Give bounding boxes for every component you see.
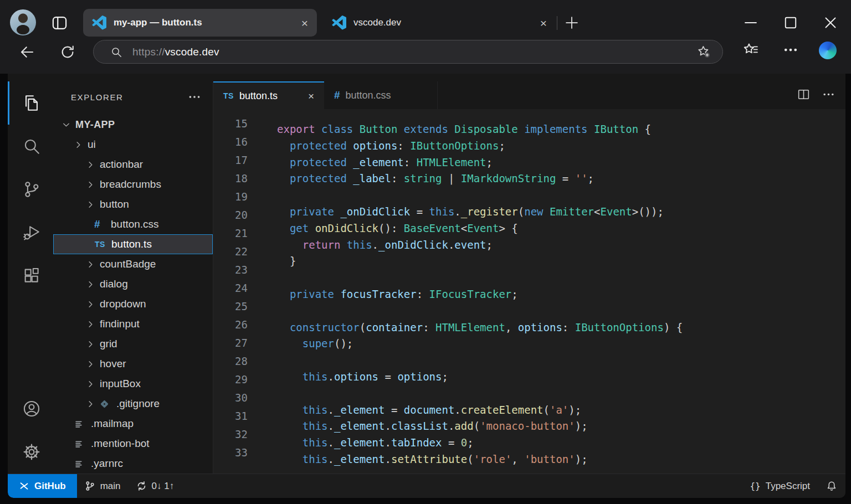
chevron-right-icon [86, 160, 100, 169]
chevron-right-icon [86, 320, 100, 328]
run-debug-icon[interactable] [8, 211, 53, 254]
code-line[interactable]: this._element = document.createElement('… [277, 402, 845, 419]
css-file-icon: # [94, 218, 100, 230]
tree-item-dot-gitignore[interactable]: .gitignore [53, 394, 213, 414]
tree-item-ui[interactable]: ui [53, 135, 213, 155]
tree-item-button.ts[interactable]: TSbutton.ts [53, 234, 213, 254]
split-editor-icon[interactable] [797, 88, 811, 104]
refresh-icon[interactable] [59, 44, 76, 60]
code-editor[interactable]: 15161718192021222324252627282930313233 e… [213, 109, 845, 474]
tree-item-dot-yarnrc[interactable]: .yarnrc [53, 454, 213, 474]
tree-item-breadcrumbs[interactable]: breadcrumbs [53, 174, 213, 194]
add-favorite-icon[interactable] [696, 44, 711, 59]
code-line[interactable]: private _onDidClick = this._register(new… [277, 204, 845, 220]
search-sidebar-icon[interactable] [8, 125, 53, 168]
url-protocol: https:// [132, 46, 165, 58]
workspaces-icon[interactable] [51, 14, 68, 32]
sync-status-item[interactable]: 0↓ 1↑ [129, 474, 182, 498]
language-mode-item[interactable]: {} TypeScript [742, 474, 818, 498]
chevron-right-icon [86, 379, 100, 388]
tree-item-label: .gitignore [116, 398, 160, 410]
tab-close-icon[interactable]: × [301, 17, 308, 29]
tree-item-button[interactable]: button [53, 194, 213, 214]
tree-item-button.css[interactable]: #button.css [53, 214, 213, 234]
tab-close-icon[interactable]: × [308, 91, 314, 101]
tree-item-dialog[interactable]: dialog [53, 274, 213, 294]
explorer-icon[interactable] [8, 81, 53, 125]
chevron-right-icon [86, 180, 100, 189]
tree-item-findinput[interactable]: findinput [53, 314, 213, 334]
tree-item-hover[interactable]: hover [53, 354, 213, 374]
code-line[interactable] [277, 352, 845, 369]
window-close-button[interactable] [821, 13, 840, 32]
code-line[interactable]: this.options = options; [277, 369, 845, 385]
chevron-right-icon [86, 260, 100, 269]
tree-item-label: .mention-bot [91, 438, 150, 450]
config-file-icon [74, 459, 84, 469]
explorer-header: EXPLORER [71, 92, 124, 102]
code-line[interactable]: this._element.setAttribute('role', 'butt… [277, 451, 845, 468]
code-line[interactable]: super(); [277, 336, 845, 352]
code-line[interactable]: export class Button extends Disposable i… [277, 121, 845, 138]
code-line[interactable]: protected _element: HTMLElement; [277, 155, 845, 171]
code-line[interactable]: } [277, 253, 845, 270]
code-line[interactable]: this._element.tabIndex = 0; [277, 435, 845, 451]
address-bar[interactable]: https://vscode.dev [93, 40, 723, 64]
editor-tab-button-css[interactable]: # button.css [324, 81, 438, 109]
code-content: export class Button extends Disposable i… [277, 109, 845, 468]
tree-item-countBadge[interactable]: countBadge [53, 254, 213, 274]
tree-root-my-app[interactable]: MY-APP [53, 115, 213, 135]
bell-icon [826, 480, 838, 492]
code-line[interactable] [277, 270, 845, 286]
activity-bar [8, 81, 53, 474]
new-tab-button[interactable] [564, 15, 580, 30]
chevron-right-icon [86, 300, 100, 308]
language-label: TypeScript [766, 481, 810, 492]
browser-chrome: my-app — button.ts × vscode.dev × [0, 0, 851, 74]
tab-close-icon[interactable]: × [540, 17, 547, 29]
explorer-more-actions-icon[interactable] [187, 90, 202, 104]
browser-profile-avatar[interactable] [10, 9, 36, 35]
code-line[interactable]: constructor(container: HTMLElement, opti… [277, 320, 845, 336]
browser-tab-active[interactable]: my-app — button.ts × [83, 9, 317, 37]
account-icon[interactable] [8, 387, 53, 430]
chevron-right-icon [86, 399, 100, 408]
favorites-bar-icon[interactable] [742, 42, 759, 58]
tree-item-grid[interactable]: grid [53, 334, 213, 354]
typescript-file-icon: TS [95, 240, 105, 249]
tree-item-inputBox[interactable]: inputBox [53, 374, 213, 394]
copilot-icon[interactable] [819, 42, 837, 59]
back-icon[interactable] [19, 44, 35, 60]
code-line[interactable] [277, 187, 845, 204]
line-number: 19 [213, 188, 248, 206]
editor-tab-button-ts[interactable]: TS button.ts × [213, 81, 324, 109]
window-minimize-button[interactable] [741, 13, 760, 32]
tree-item-dot-mention-bot[interactable]: .mention-bot [53, 434, 213, 454]
code-line[interactable]: this._element.classList.add('monaco-butt… [277, 418, 845, 435]
code-line[interactable]: get onDidClick(): BaseEvent<Event> { [277, 220, 845, 237]
code-line[interactable] [277, 303, 845, 320]
browser-tab-inactive[interactable]: vscode.dev × [329, 9, 550, 37]
browser-menu-icon[interactable] [782, 42, 799, 58]
settings-gear-icon[interactable] [8, 430, 53, 474]
tree-item-dot-mailmap[interactable]: .mailmap [53, 414, 213, 434]
window-maximize-button[interactable] [781, 13, 800, 32]
extensions-icon[interactable] [8, 254, 53, 297]
code-line[interactable]: protected _label: string | IMarkdownStri… [277, 171, 845, 187]
code-line[interactable]: protected options: IButtonOptions; [277, 138, 845, 155]
code-line[interactable]: return this._onDidClick.event; [277, 237, 845, 254]
tree-root-label: MY-APP [75, 119, 115, 131]
editor-more-actions-icon[interactable] [822, 88, 835, 104]
tree-item-actionbar[interactable]: actionbar [53, 155, 213, 174]
code-line[interactable]: private focusTracker: IFocusTracker; [277, 286, 845, 303]
code-line[interactable] [277, 385, 845, 402]
tree-item-dropdown[interactable]: dropdown [53, 294, 213, 314]
branch-status-item[interactable]: main [77, 474, 129, 498]
status-bar: GitHub main 0↓ 1↑ {} TypeScript [8, 474, 845, 498]
notifications-item[interactable] [818, 474, 845, 498]
remote-github-badge[interactable]: GitHub [8, 474, 77, 498]
css-file-icon: # [334, 89, 340, 101]
source-control-icon[interactable] [8, 168, 53, 211]
line-number: 29 [213, 371, 248, 389]
tree-item-label: hover [100, 358, 126, 370]
